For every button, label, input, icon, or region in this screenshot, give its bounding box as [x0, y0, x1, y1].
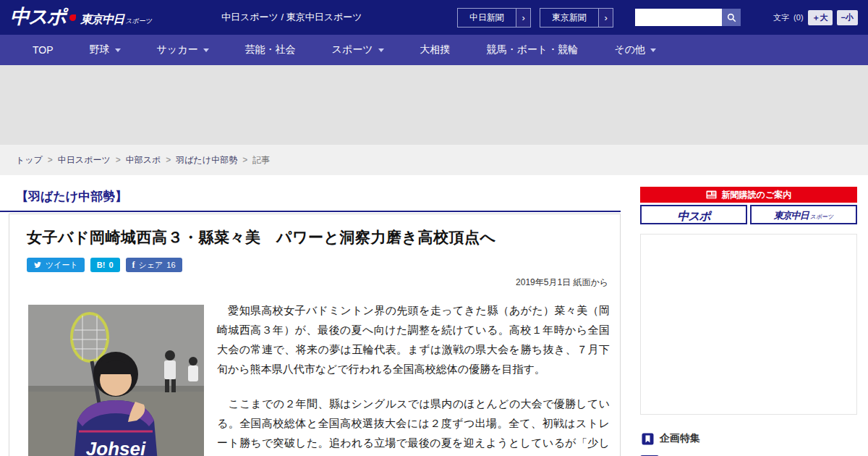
breadcrumb-item-habatake-chubu[interactable]: 羽ばたけ中部勢: [176, 154, 237, 166]
tweet-button[interactable]: ツイート: [27, 258, 85, 272]
article-body: Johsei 愛知県高校女子バドミントン界の先頭を走ってきた縣（あがた）菜々美（…: [27, 300, 610, 456]
search-icon: [727, 13, 736, 22]
search-bar: [635, 9, 741, 26]
main-column: 【羽ばたけ中部勢】 女子バド岡崎城西高３・縣菜々美 パワーと洞察力磨き高校頂点へ…: [0, 181, 621, 456]
facebook-share-button[interactable]: f シェア 16: [126, 258, 182, 272]
facebook-icon: f: [132, 260, 135, 270]
search-input[interactable]: [635, 9, 722, 26]
chuspo-logo: 中スポ: [10, 7, 65, 27]
section-title[interactable]: 【羽ばたけ中部勢】: [16, 188, 621, 205]
font-size-label: 文字: [773, 12, 789, 23]
site-logo[interactable]: 中スポ 東京中日 スポーツ: [10, 7, 152, 28]
top-ad-banner: [0, 65, 868, 145]
tokyo-chunichi-logo: 東京中日 スポーツ: [80, 12, 152, 28]
hatena-bookmark-button[interactable]: B! 0: [90, 258, 120, 272]
font-size-count: (0): [793, 13, 803, 22]
site-title: 中日スポーツ / 東京中日スポーツ: [221, 11, 362, 24]
font-smaller-button[interactable]: −小: [837, 10, 858, 25]
sidebar-tokyo-chunichi-logo[interactable]: 東京中日 スポーツ: [750, 205, 857, 224]
arrow-right-icon[interactable]: ›: [598, 9, 613, 27]
chevron-down-icon: [650, 48, 656, 52]
article-date: 2019年5月1日 紙面から: [20, 276, 608, 289]
breadcrumb: トップ > 中日スポーツ > 中部スポ > 羽ばたけ中部勢 > 記事: [16, 154, 270, 166]
social-share-row: ツイート B! 0 f シェア 16: [27, 258, 610, 272]
nav-item-sumo[interactable]: 大相撲: [402, 35, 469, 65]
subscribe-banner[interactable]: 新聞購読のご案内: [640, 187, 857, 203]
font-larger-button[interactable]: ＋大: [808, 10, 833, 25]
subscribe-label: 新聞購読のご案内: [722, 189, 792, 201]
breadcrumb-item-chubu-sports[interactable]: 中部スポ: [126, 154, 161, 166]
breadcrumb-band: トップ > 中日スポーツ > 中部スポ > 羽ばたけ中部勢 > 記事: [0, 145, 868, 175]
nav-item-racing[interactable]: 競馬・ボート・競輪: [469, 35, 597, 65]
nav-item-entertainment[interactable]: 芸能・社会: [227, 35, 314, 65]
share-count: 16: [166, 261, 175, 270]
breadcrumb-item-chunichi-sports[interactable]: 中日スポーツ: [58, 154, 111, 166]
search-button[interactable]: [722, 9, 741, 26]
hatena-count: 0: [109, 261, 113, 270]
nav-item-baseball[interactable]: 野球: [72, 35, 139, 65]
nav-item-soccer[interactable]: サッカー: [139, 35, 227, 65]
content-area: 【羽ばたけ中部勢】 女子バド岡崎城西高３・縣菜々美 パワーと洞察力磨き高校頂点へ…: [0, 175, 868, 456]
sidebar-chuspo-logo[interactable]: 中スポ: [640, 205, 747, 224]
sidebar: 新聞購読のご案内 中スポ 東京中日 スポーツ 企画特集: [640, 181, 857, 456]
nav-item-sports[interactable]: スポーツ: [314, 35, 402, 65]
chunichi-shimbun-link[interactable]: 中日新聞 ›: [457, 8, 531, 28]
section-divider: [0, 211, 621, 212]
article-card: 女子バド岡崎城西高３・縣菜々美 パワーと洞察力磨き高校頂点へ ツイート B! 0…: [9, 214, 621, 456]
feature-section-header: 企画特集: [640, 428, 857, 449]
photo-shirt-text: Johsei: [86, 438, 146, 456]
newspaper-icon: [706, 190, 717, 199]
nav-item-top[interactable]: TOP: [14, 35, 72, 65]
top-header: 中スポ 東京中日 スポーツ 中日スポーツ / 東京中日スポーツ 中日新聞 › 東…: [0, 0, 868, 35]
nav-item-other[interactable]: その他: [596, 35, 674, 65]
chevron-down-icon: [115, 48, 121, 52]
sidebar-logo-row: 中スポ 東京中日 スポーツ: [640, 205, 857, 224]
tokyo-shimbun-link[interactable]: 東京新聞 ›: [540, 8, 613, 28]
chevron-down-icon: [203, 48, 209, 52]
main-navigation: TOP 野球 サッカー 芸能・社会 スポーツ 大相撲 競馬・ボート・競輪 その他: [0, 35, 868, 65]
arrow-right-icon[interactable]: ›: [516, 9, 530, 27]
article-photo: Johsei: [28, 305, 204, 456]
feature-icon: [642, 433, 654, 445]
article-title: 女子バド岡崎城西高３・縣菜々美 パワーと洞察力磨き高校頂点へ: [27, 227, 610, 248]
twitter-icon: [33, 261, 42, 269]
feature-title: 企画特集: [660, 432, 700, 445]
logo-accent-icon: [69, 14, 76, 21]
topbar-right-group: 中日新聞 › 東京新聞 › 文字 (0) ＋大 −小: [448, 8, 858, 28]
breadcrumb-item-article: 記事: [252, 154, 270, 166]
hatena-icon: B!: [97, 261, 106, 270]
breadcrumb-item-home[interactable]: トップ: [16, 154, 43, 166]
sidebar-ad-slot: [640, 234, 857, 415]
font-size-controls: 文字 (0) ＋大 −小: [773, 10, 858, 25]
chevron-down-icon: [378, 48, 384, 52]
